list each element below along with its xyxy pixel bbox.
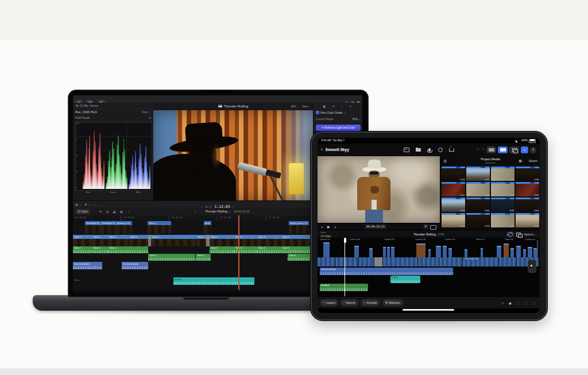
tool-pill-inspect[interactable]: ✎Inspect [320, 299, 338, 306]
connected-clip[interactable] [516, 246, 521, 257]
toolbar-icon[interactable]: ▢ [524, 301, 528, 305]
redo-icon[interactable]: ↷ [481, 148, 485, 152]
timeline-clip[interactable]: Take 6 [196, 254, 211, 261]
storyline-clip[interactable] [359, 257, 374, 266]
duplicate-button[interactable] [509, 146, 519, 153]
timeline-clip[interactable]: Audi [204, 221, 211, 234]
timeline-clip[interactable]: Take 4 [257, 235, 282, 246]
media-thumbnail[interactable]: 2:21 [491, 182, 514, 196]
options-menu[interactable]: Options ⌄ [524, 233, 537, 236]
connected-clip[interactable] [428, 249, 431, 257]
timeline-clip[interactable]: Take 4 [108, 246, 149, 253]
media-thumbnail[interactable]: 0:44 [516, 198, 539, 212]
home-indicator[interactable] [403, 309, 454, 311]
timeline-clip[interactable]: Take 4 [257, 246, 282, 253]
share-export-icon[interactable] [449, 148, 454, 152]
connected-clip[interactable] [523, 249, 526, 257]
media-thumbnail[interactable]: 0:08 [466, 182, 490, 196]
viewer-view-menu[interactable]: View ⌄ [302, 105, 311, 108]
media-thumbnail[interactable]: 0:13 [466, 213, 490, 227]
timeline-clip[interactable]: Take 3 [148, 221, 171, 234]
media-thumbnail[interactable]: 0:16 [516, 182, 539, 196]
overlay-icon[interactable] [516, 233, 521, 237]
toolbar-icon[interactable]: ◉ [509, 301, 512, 305]
clip-height-control[interactable] [528, 260, 536, 273]
voiceover-mic-icon[interactable] [428, 148, 431, 152]
enhance-light-color-button[interactable]: ✦ Enhance Light and Color [316, 125, 361, 131]
ambience-clip[interactable]: BG Amb [320, 284, 368, 291]
storyline-clip[interactable] [499, 257, 517, 266]
connected-clip[interactable] [443, 246, 447, 257]
scopes-view-menu[interactable]: View ⌄ [142, 109, 151, 115]
mac-playhead[interactable] [238, 215, 239, 290]
timeline-clip[interactable]: Interview Audio [73, 262, 102, 269]
toolbar-icon[interactable]: ◫ [532, 301, 535, 305]
crowd-sfx-clip[interactable]: Crowd [390, 276, 420, 283]
storyline-clip[interactable] [439, 257, 463, 266]
timeline-clip[interactable]: Take 4 [108, 235, 130, 246]
connected-clip[interactable] [387, 247, 390, 257]
undo-icon[interactable]: ↶ [476, 148, 479, 152]
connected-clip[interactable] [383, 247, 386, 257]
timeline-clip[interactable]: Take 2 [151, 235, 197, 246]
timeline-scrollbar[interactable] [537, 240, 538, 257]
connected-clip[interactable] [510, 248, 514, 257]
timeline-clip[interactable]: Interview Audio [122, 262, 148, 269]
index-button[interactable]: ☰ Index [75, 209, 90, 214]
connected-clip[interactable] [504, 243, 509, 257]
interview-audio-clip[interactable]: Interview Audio [320, 268, 453, 275]
connected-clip[interactable] [528, 247, 532, 257]
timeline-clip[interactable]: Take 5 [129, 235, 149, 246]
files-import-icon[interactable] [416, 148, 421, 152]
help-button[interactable]: ? [530, 147, 536, 153]
media-thumbnail[interactable]: 0:51 [516, 213, 539, 227]
media-thumbnail[interactable]: 0:05 [466, 198, 490, 212]
timeline-clip[interactable]: Take 5 [281, 235, 310, 246]
storyline-clip[interactable] [383, 257, 418, 266]
connected-clip[interactable] [416, 243, 425, 257]
connected-clip[interactable] [369, 248, 373, 257]
viewer-zoom-menu[interactable]: 40% ⌄ [291, 105, 300, 108]
timeline-clip[interactable]: Take 2 [210, 235, 235, 246]
connected-clip[interactable] [465, 249, 467, 257]
storyline-clip[interactable] [318, 257, 335, 266]
scope-settings-icon[interactable]: ⊡ [149, 115, 151, 121]
timeline-clip[interactable]: Take 3 [92, 246, 109, 253]
timeline-clip[interactable]: Take 2 [73, 246, 92, 253]
media-thumbnail[interactable]: 0:14 [442, 167, 465, 181]
connected-clip[interactable] [323, 242, 330, 257]
tool-pill-animate[interactable]: ◇Animate [361, 299, 380, 306]
back-button[interactable]: ‹ [321, 144, 323, 155]
media-thumbnail[interactable]: 0:18 [442, 213, 465, 227]
add-media-button[interactable]: + [521, 146, 528, 153]
photos-import-icon[interactable] [404, 148, 409, 152]
media-thumbnail[interactable]: 0:07 [466, 167, 490, 181]
color-grade-row[interactable]: New Color Grade ⌄ [316, 111, 361, 114]
timeline-clip[interactable]: Take 2 [210, 246, 235, 253]
tool-pill-volume[interactable]: ♪Volume [341, 299, 358, 306]
timeline-clip[interactable]: Take 3 [92, 235, 109, 246]
connected-clip[interactable] [391, 247, 394, 257]
storyline-clip[interactable] [418, 257, 439, 266]
media-thumbnail[interactable]: 0:36 [516, 167, 539, 181]
storyline-clip[interactable]: 1 Mile Right Side [463, 257, 499, 266]
storyline-clip[interactable] [335, 257, 359, 266]
timeline-clip[interactable]: Take 2 [73, 235, 92, 246]
connected-clip[interactable] [481, 248, 483, 257]
timeline-clip[interactable]: Take 5 [281, 246, 310, 253]
add-clip-icon[interactable]: ＋ [194, 208, 197, 215]
timeline-clip[interactable]: HandHeld 03 [100, 221, 116, 234]
timeline-clip[interactable]: Take 9 [288, 254, 311, 261]
media-thumbnail[interactable]: 0:09 [491, 198, 514, 212]
timeline-clip[interactable]: Take 5 [148, 254, 196, 261]
grid-view-icon[interactable]: ▦ [519, 156, 522, 166]
media-thumbnail[interactable]: 0:24 [442, 198, 465, 212]
timeline-clip[interactable]: Take 1 [196, 235, 207, 246]
connected-clip[interactable] [436, 246, 441, 257]
media-thumbnail[interactable]: 0:12 [442, 182, 465, 196]
toolbar-icon[interactable]: ⊗ [501, 301, 504, 305]
timeline-project-menu[interactable]: Thunder Rolling ⌄ 00:01:12:03 [205, 208, 249, 215]
content-range-menu[interactable]: HLG ⌄ [353, 118, 361, 121]
clip-visibility-icon[interactable] [507, 232, 513, 237]
media-thumbnail[interactable]: 0:27 [491, 213, 514, 227]
